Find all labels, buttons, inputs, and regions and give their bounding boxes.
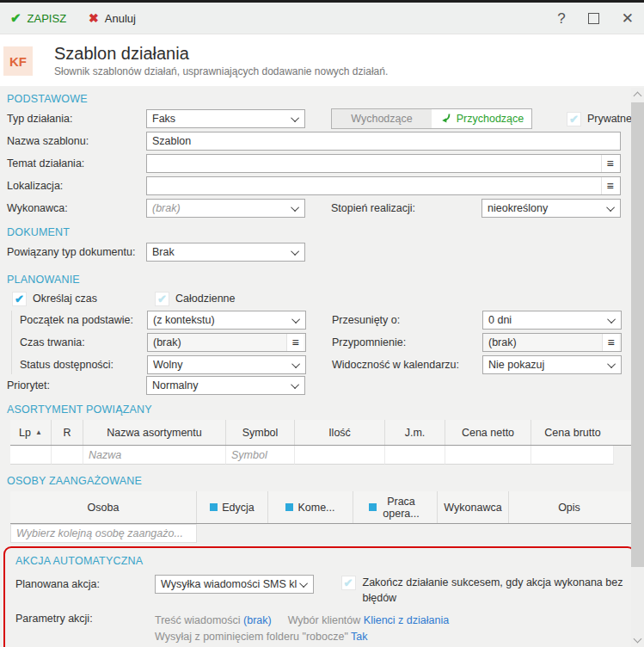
column-header-cena-brutto[interactable]: Cena brutto: [531, 420, 614, 445]
cancel-x-icon: ✖: [89, 11, 99, 25]
maximize-icon[interactable]: [588, 13, 599, 24]
column-header-ilosc[interactable]: Ilość: [295, 420, 385, 445]
czas-trwania-label: Czas trwania:: [12, 336, 147, 348]
ghost-check-icon: ✔: [569, 113, 579, 126]
column-header-symbol[interactable]: Symbol: [226, 420, 295, 445]
save-button[interactable]: ✔ ZAPISZ: [10, 10, 66, 26]
help-icon[interactable]: ?: [557, 11, 565, 26]
calodzienne-label: Całodzienne: [175, 293, 236, 305]
filter-cell-lp[interactable]: [10, 446, 52, 465]
column-header-jm[interactable]: J.m.: [385, 420, 445, 445]
page-subtitle: Słownik szablonów działań, usprawniający…: [54, 65, 388, 77]
czas-trwania-input[interactable]: (brak) ≡: [147, 333, 306, 352]
scrollbar-thumb[interactable]: [631, 102, 644, 567]
column-header-osoba[interactable]: Osoba: [10, 491, 197, 523]
stopien-realizacji-select[interactable]: nieokreślony: [481, 199, 621, 218]
stopien-realizacji-label: Stopień realizacji:: [331, 202, 481, 214]
calodzienne-checkbox[interactable]: ✔: [155, 292, 169, 306]
priorytet-value: Normalny: [152, 379, 288, 391]
osoba-filter-input[interactable]: Wybierz kolejną osobę zaangażo...: [10, 524, 197, 543]
filter-cell-cena-brutto[interactable]: [531, 446, 614, 465]
save-check-icon: ✔: [10, 10, 21, 26]
prywatne-checkbox[interactable]: ✔: [567, 112, 581, 126]
row-nazwa-szablonu: Nazwa szablonu: Szablon: [7, 132, 637, 151]
status-dostepnosci-select[interactable]: Wolny: [147, 355, 306, 374]
wybor-klientow-link[interactable]: Klienci z działania: [364, 614, 449, 626]
chevron-down-icon: [291, 315, 300, 324]
zakoncz-checkbox[interactable]: ✔: [341, 576, 356, 590]
akcja-automatyczna-highlight-box: AKCJA AUTOMATYCZNA Planowana akcja: Wysy…: [3, 546, 635, 647]
temat-menu-icon[interactable]: ≡: [601, 155, 618, 172]
row-parametry-akcji: Parametry akcji: Treść wiadomości (brak)…: [15, 613, 627, 645]
wykonawca-select[interactable]: (brak): [146, 199, 305, 218]
lokalizacja-label: Lokalizacja:: [7, 180, 146, 192]
przypomnienie-label: Przypomnienie:: [332, 336, 482, 348]
column-header-praca-operatora[interactable]: Praca opera...: [353, 491, 438, 523]
typ-dzialania-select[interactable]: Faks: [146, 109, 305, 128]
row-planowana-akcja: Planowana akcja: Wysyłka wiadomości SMS …: [15, 575, 627, 606]
asortyment-header-row: Lp▲ R Nazwa asortymentu Symbol Ilość J.m…: [10, 420, 637, 446]
column-header-opis[interactable]: Opis: [509, 491, 629, 523]
lokalizacja-menu-icon[interactable]: ≡: [601, 177, 618, 194]
column-label: Symbol: [242, 427, 279, 439]
column-header-r[interactable]: R: [52, 420, 83, 445]
temat-dzialania-input[interactable]: ≡: [146, 154, 621, 173]
scroll-up-icon[interactable]: [634, 92, 642, 101]
planowana-akcja-value: Wysyłka wiadomości SMS klie...: [161, 578, 297, 590]
column-header-edycja[interactable]: Edycja: [197, 491, 268, 523]
chevron-down-icon: [607, 360, 616, 368]
powiazany-typ-select[interactable]: Brak: [146, 243, 305, 262]
scroll-down-icon[interactable]: [634, 635, 642, 644]
filter-cell-ilosc[interactable]: [295, 446, 385, 465]
filter-cell-r[interactable]: [52, 446, 83, 465]
filter-cell-cena-netto[interactable]: [445, 446, 531, 465]
wybor-klientow-label: Wybór klientów: [288, 614, 361, 626]
direction-toggle: Wychodzące Przychodzące: [331, 108, 532, 129]
column-header-nazwa[interactable]: Nazwa asortymentu: [83, 420, 226, 445]
planowana-akcja-select[interactable]: Wysyłka wiadomości SMS klie...: [155, 575, 314, 594]
przypomnienie-input[interactable]: (brak) ≡: [482, 333, 622, 352]
filter-cell-symbol[interactable]: Symbol: [226, 446, 295, 465]
column-header-cena-netto[interactable]: Cena netto: [445, 420, 531, 445]
column-label: Edycja: [222, 502, 255, 514]
filter-cell-jm[interactable]: [385, 446, 445, 465]
section-podstawowe-title: PODSTAWOWE: [7, 93, 637, 106]
outgoing-button[interactable]: Wychodzące: [332, 109, 432, 128]
tresc-wiadomosci-link[interactable]: (brak): [243, 614, 272, 626]
widocznosc-select[interactable]: Nie pokazuj: [482, 355, 622, 374]
osoby-table: Osoba Edycja Kome... Praca opera... Wyko…: [10, 491, 637, 543]
nazwa-szablonu-value: Szablon: [152, 135, 615, 147]
widocznosc-value: Nie pokazuj: [488, 359, 604, 371]
column-label: Praca opera...: [381, 496, 422, 520]
row-planowanie-checkboxes: ✔ Określaj czas ✔ Całodzienne: [7, 290, 637, 307]
cancel-button[interactable]: ✖ Anuluj: [89, 11, 136, 25]
nazwa-szablonu-input[interactable]: Szablon: [146, 132, 621, 151]
czas-trwania-menu-icon[interactable]: ≡: [286, 334, 304, 351]
wykonawca-label: Wykonawca:: [7, 202, 146, 214]
lokalizacja-input[interactable]: ≡: [146, 176, 621, 195]
cancel-button-label: Anuluj: [105, 12, 136, 25]
priorytet-select[interactable]: Normalny: [146, 376, 305, 395]
column-header-lp[interactable]: Lp▲: [10, 420, 52, 445]
column-header-komentarze[interactable]: Kome...: [268, 491, 353, 523]
vertical-scrollbar[interactable]: [631, 88, 644, 647]
okreslaj-czas-checkbox[interactable]: ✔: [12, 292, 27, 306]
ghost-check-icon: ✔: [157, 293, 167, 305]
column-header-wykonawca[interactable]: Wykonawca: [438, 491, 509, 523]
przesuniety-select[interactable]: 0 dni: [482, 311, 622, 330]
incoming-button[interactable]: Przychodzące: [432, 109, 531, 128]
column-label: Cena brutto: [544, 427, 600, 439]
filter-cell-nazwa[interactable]: Nazwa: [83, 446, 226, 465]
parametry-line-2: Wysyłaj z pominięciem folderu "robocze" …: [155, 629, 449, 645]
section-dokument-title: DOKUMENT: [7, 226, 637, 239]
section-asortyment-title: ASORTYMENT POWIĄZANY: [7, 404, 637, 416]
wysylaj-link[interactable]: Tak: [351, 631, 367, 643]
outgoing-label: Wychodzące: [351, 113, 412, 125]
row-status-dostepnosci: Status dostępności: Wolny Widoczność w k…: [12, 355, 637, 374]
header-text: Szablon działania Słownik szablonów dzia…: [54, 43, 388, 77]
close-icon[interactable]: ✕: [622, 11, 634, 26]
przypomnienie-menu-icon[interactable]: ≡: [602, 334, 619, 351]
poczatek-select[interactable]: (z kontekstu): [147, 311, 306, 330]
status-dostepnosci-value: Wolny: [153, 359, 289, 371]
filter-placeholder: Symbol: [231, 449, 267, 461]
